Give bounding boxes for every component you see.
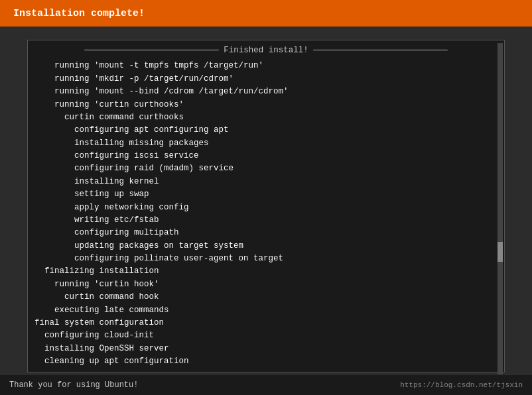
terminal-box: ─────────────────────────── Finished ins… xyxy=(27,40,505,372)
bottom-right-text: https://blog.csdn.net/tjsxin xyxy=(400,381,523,389)
bottom-bar: Thank you for using Ubuntu! https://blog… xyxy=(0,375,532,395)
terminal-title: ─────────────────────────── Finished ins… xyxy=(34,44,498,57)
banner-text: Installation complete! xyxy=(13,8,145,19)
bottom-left-text: Thank you for using Ubuntu! xyxy=(9,380,138,390)
terminal-scrollbar[interactable] xyxy=(498,43,503,374)
top-banner: Installation complete! xyxy=(0,0,532,27)
main-area: ─────────────────────────── Finished ins… xyxy=(0,27,532,395)
terminal-scrollbar-thumb[interactable] xyxy=(498,242,503,262)
terminal-content: running 'mount -t tmpfs tmpfs /target/ru… xyxy=(34,60,498,368)
